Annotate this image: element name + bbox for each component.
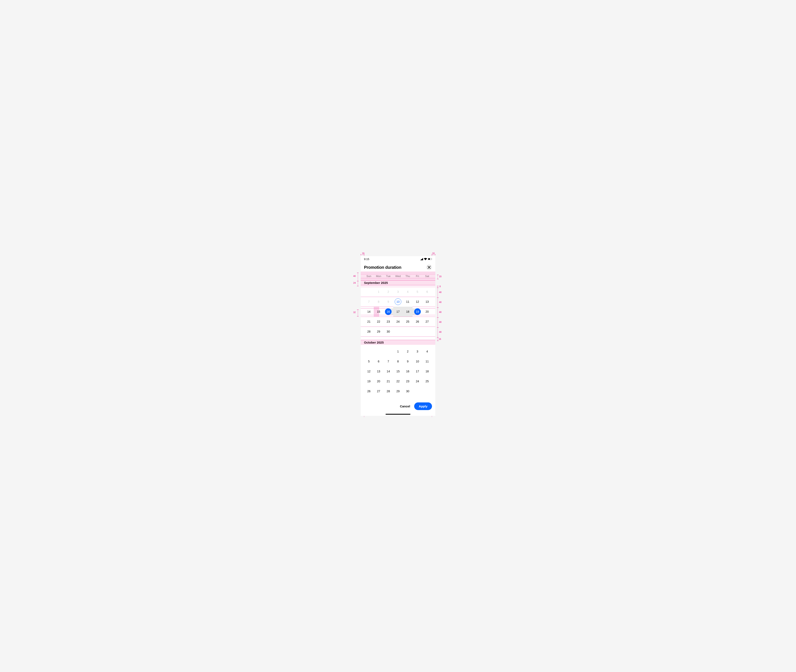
spec-label-24: 24 — [353, 282, 356, 284]
day-oct-12[interactable]: 12 — [364, 366, 374, 376]
day-sep-12[interactable]: 12 — [413, 297, 422, 307]
day-sep-26[interactable]: 26 — [413, 317, 422, 326]
day-oct-24[interactable]: 24 — [413, 376, 422, 386]
svg-rect-2 — [432, 259, 432, 259]
day-oct-8[interactable]: 8 — [393, 357, 403, 366]
day-oct-15[interactable]: 15 — [393, 366, 403, 376]
day-sep-29[interactable]: 29 — [374, 326, 383, 336]
spec-label-pad-right: 16 — [432, 252, 435, 254]
day-oct-2[interactable]: 2 — [403, 346, 413, 357]
day-sep-25[interactable]: 25 — [403, 317, 413, 326]
day-sep-14[interactable]: 14 — [364, 307, 374, 317]
spec-label-pad-left: 16 — [362, 252, 364, 254]
phone-frame: 9:15 Promotion duration Sun Mon — [361, 256, 435, 416]
day-sep-2: 2 — [383, 287, 393, 297]
spec-label-48e: 48 — [439, 331, 442, 333]
day-sep-27[interactable]: 27 — [422, 317, 432, 326]
day-oct-30[interactable]: 30 — [403, 386, 413, 396]
day-sep-19-range-end[interactable]: 19 — [413, 307, 422, 317]
day-oct-17[interactable]: 17 — [413, 366, 422, 376]
month-label-sep: September 2025 — [361, 280, 435, 285]
spec-label-32: 32 — [353, 311, 356, 314]
spec-label-48c: 48 — [439, 311, 442, 313]
day-oct-13[interactable]: 13 — [374, 366, 383, 376]
day-oct-9[interactable]: 9 — [403, 357, 413, 366]
day-sep-22[interactable]: 22 — [374, 317, 383, 326]
day-sep-3: 3 — [393, 287, 403, 297]
cancel-button[interactable]: Cancel — [400, 405, 410, 408]
day-sep-11[interactable]: 11 — [403, 297, 413, 307]
day-sep-24[interactable]: 24 — [393, 317, 403, 326]
day-oct-18[interactable]: 18 — [422, 366, 432, 376]
dialog-footer: Cancel Apply — [361, 400, 435, 412]
day-oct-22[interactable]: 22 — [393, 376, 403, 386]
day-sep-13[interactable]: 13 — [422, 297, 432, 307]
day-empty — [374, 346, 383, 357]
day-oct-11[interactable]: 11 — [422, 357, 432, 366]
day-sep-5: 5 — [413, 287, 422, 297]
close-button[interactable] — [426, 264, 432, 270]
day-oct-27[interactable]: 27 — [374, 386, 383, 396]
day-sep-18-range[interactable]: 18 — [403, 307, 413, 317]
svg-rect-1 — [428, 258, 430, 260]
day-sep-20[interactable]: 20 — [422, 307, 432, 317]
day-oct-1[interactable]: 1 — [393, 346, 403, 357]
dialog-title: Promotion duration — [364, 265, 401, 270]
day-empty — [364, 346, 374, 357]
weekday-tue: Tue — [383, 275, 393, 278]
spec-label-20: 20 — [439, 275, 442, 278]
day-oct-5[interactable]: 5 — [364, 357, 374, 366]
day-oct-6[interactable]: 6 — [374, 357, 383, 366]
weekday-mon: Mon — [374, 275, 383, 278]
day-oct-16[interactable]: 16 — [403, 366, 413, 376]
day-empty — [364, 287, 374, 297]
day-oct-29[interactable]: 29 — [393, 386, 403, 396]
day-oct-20[interactable]: 20 — [374, 376, 383, 386]
spec-label-48a: 48 — [439, 291, 442, 293]
calendar-grid-sep: 1 2 3 4 5 6 7 8 9 10 11 12 13 14 15 16 1… — [361, 285, 435, 340]
day-sep-15[interactable]: 15 — [374, 307, 383, 317]
day-sep-7: 7 — [364, 297, 374, 307]
day-oct-26[interactable]: 26 — [364, 386, 374, 396]
status-time: 9:15 — [364, 258, 369, 261]
day-oct-21[interactable]: 21 — [383, 376, 393, 386]
weekday-thu: Thu — [403, 275, 413, 278]
status-icons — [420, 258, 432, 260]
dialog-header: Promotion duration — [361, 262, 435, 272]
day-sep-4: 4 — [403, 287, 413, 297]
day-sep-23[interactable]: 23 — [383, 317, 393, 326]
day-sep-9: 9 — [383, 297, 393, 307]
day-oct-14[interactable]: 14 — [383, 366, 393, 376]
day-oct-28[interactable]: 28 — [383, 386, 393, 396]
battery-icon — [428, 258, 432, 260]
day-oct-7[interactable]: 7 — [383, 357, 393, 366]
day-sep-21[interactable]: 21 — [364, 317, 374, 326]
spec-label-40: 40 — [353, 275, 356, 277]
day-sep-10-today[interactable]: 10 — [393, 297, 403, 307]
day-sep-17-range[interactable]: 17 — [393, 307, 403, 317]
day-oct-3[interactable]: 3 — [413, 346, 422, 357]
day-oct-19[interactable]: 19 — [364, 376, 374, 386]
weekday-sat: Sat — [422, 275, 432, 278]
day-sep-28[interactable]: 28 — [364, 326, 374, 336]
day-sep-8: 8 — [374, 297, 383, 307]
home-indicator — [386, 414, 410, 414]
weekday-fri: Fri — [413, 275, 422, 278]
month-label-oct: October 2025 — [361, 340, 435, 345]
day-oct-10[interactable]: 10 — [413, 357, 422, 366]
day-empty — [383, 346, 393, 357]
day-oct-4[interactable]: 4 — [422, 346, 432, 357]
close-icon — [428, 266, 431, 269]
spec-label-48b: 48 — [439, 301, 442, 303]
calendar-grid-oct: 1 2 3 4 5 6 7 8 9 10 11 12 13 14 15 16 1… — [361, 345, 435, 400]
day-sep-1: 1 — [374, 287, 383, 297]
day-sep-30[interactable]: 30 — [383, 326, 393, 336]
day-sep-16-range-start[interactable]: 16 — [383, 307, 393, 317]
day-oct-25[interactable]: 25 — [422, 376, 432, 386]
weekday-row: Sun Mon Tue Wed Thu Fri Sat — [361, 272, 435, 280]
spec-label-48d: 48 — [439, 321, 442, 323]
spec-label-16b: 16 — [439, 338, 441, 340]
spec-label-8: 8 — [439, 285, 441, 288]
apply-button[interactable]: Apply — [414, 402, 432, 410]
day-oct-23[interactable]: 23 — [403, 376, 413, 386]
